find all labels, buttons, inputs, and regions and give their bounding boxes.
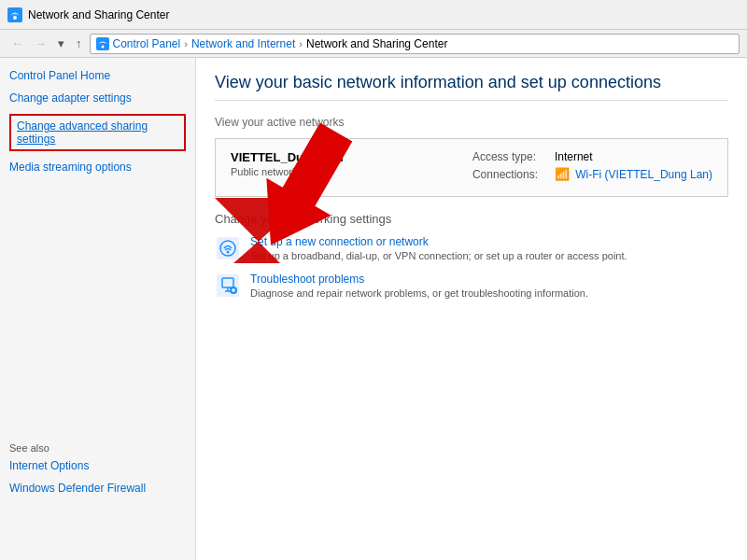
connections-row: Connections: 📶 Wi-Fi (VIETTEL_Dung Lan) [472,167,712,181]
setup-connection-link[interactable]: Set up a new connection or network [250,235,429,248]
network-info-right: Access type: Internet Connections: 📶 Wi-… [472,150,712,185]
svg-point-8 [227,251,230,254]
setup-connection-text: Set up a new connection or network Set u… [250,235,627,261]
connections-label: Connections: [472,168,547,181]
control-panel-icon [96,37,109,50]
dropdown-button[interactable]: ▾ [54,35,68,52]
troubleshoot-desc: Diagnose and repair network problems, or… [250,287,588,299]
breadcrumb-bar: Control Panel › Network and Internet › N… [90,34,740,54]
sidebar-control-panel-home[interactable]: Control Panel Home [9,69,186,82]
back-button[interactable]: ← [7,35,27,52]
change-settings-section: Change your networking settings Set up a… [215,212,728,299]
sidebar-internet-options[interactable]: Internet Options [9,459,187,472]
sidebar: Control Panel Home Change adapter settin… [0,58,196,560]
access-type-row: Access type: Internet [472,150,712,163]
network-type: Public network [231,166,344,177]
troubleshoot-text: Troubleshoot problems Diagnose and repai… [250,273,588,299]
setup-connection-option: Set up a new connection or network Set u… [215,235,728,261]
access-type-value: Internet [555,150,593,163]
breadcrumb-control-panel[interactable]: Control Panel [113,37,181,50]
page-title: View your basic network information and … [215,73,728,101]
setup-connection-desc: Set up a broadband, dial-up, or VPN conn… [250,250,627,261]
troubleshoot-link[interactable]: Troubleshoot problems [250,273,364,286]
access-type-label: Access type: [472,150,547,163]
sidebar-windows-defender[interactable]: Windows Defender Firewall [9,482,187,495]
title-bar: Network and Sharing Center [0,0,747,30]
troubleshoot-option: Troubleshoot problems Diagnose and repai… [215,273,728,299]
sidebar-change-advanced-sharing[interactable]: Change advanced sharing settings [9,114,186,151]
svg-point-3 [101,45,104,48]
breadcrumb-network-internet[interactable]: Network and Internet [191,37,295,50]
connections-value: 📶 Wi-Fi (VIETTEL_Dung Lan) [555,167,712,181]
network-name: VIETTEL_Dung Lan [231,150,344,164]
breadcrumb-current: Network and Sharing Center [306,37,447,50]
window-icon [7,7,22,22]
network-info-left: VIETTEL_Dung Lan Public network [231,150,344,177]
sidebar-change-adapter[interactable]: Change adapter settings [9,91,186,105]
active-networks-label: View your active networks [215,116,728,129]
content-area: View your basic network information and … [196,58,747,560]
svg-rect-2 [96,37,109,50]
up-button[interactable]: ↑ [72,35,86,52]
see-also-label: See also [9,442,187,454]
wifi-icon: 📶 [555,167,570,181]
network-card: VIETTEL_Dung Lan Public network Access t… [215,138,728,197]
address-bar: ← → ▾ ↑ Control Panel › Network and Inte… [0,30,747,58]
svg-point-1 [13,16,17,20]
setup-connection-icon [215,235,241,261]
wifi-link[interactable]: Wi-Fi (VIETTEL_Dung Lan) [575,168,712,181]
forward-button[interactable]: → [31,35,50,52]
sidebar-media-streaming[interactable]: Media streaming options [9,161,186,174]
change-settings-title: Change your networking settings [215,212,728,226]
window-title: Network and Sharing Center [28,8,169,21]
troubleshoot-icon [215,273,241,299]
main-layout: Control Panel Home Change adapter settin… [0,58,747,560]
